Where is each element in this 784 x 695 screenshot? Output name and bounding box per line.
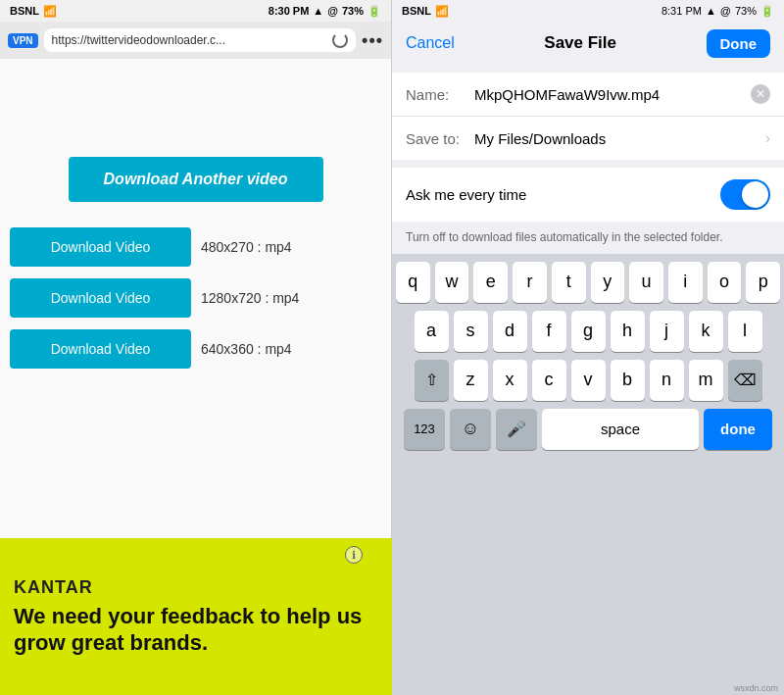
- mic-key[interactable]: 🎤: [496, 409, 537, 450]
- video-quality-2: 1280x720 : mp4: [201, 290, 299, 306]
- backspace-key[interactable]: ⌫: [728, 360, 762, 401]
- time-right: 8:31 PM: [662, 5, 702, 17]
- key-s[interactable]: s: [454, 311, 488, 352]
- key-n[interactable]: n: [650, 360, 684, 401]
- download-video-button-3[interactable]: Download Video: [10, 329, 191, 369]
- battery-icon-left: 🔋: [368, 5, 381, 18]
- battery-right: 73%: [735, 5, 757, 17]
- clear-name-button[interactable]: ✕: [751, 84, 770, 104]
- keyboard-row-2: a s d f g h j k l: [396, 311, 780, 352]
- key-j[interactable]: j: [650, 311, 684, 352]
- name-row: Name: MkpQHOMFawaW9Ivw.mp4 ✕: [392, 73, 784, 117]
- name-value[interactable]: MkpQHOMFawaW9Ivw.mp4: [474, 86, 751, 103]
- key-g[interactable]: g: [571, 311, 606, 352]
- key-b[interactable]: b: [611, 360, 645, 401]
- chevron-right-icon: ›: [765, 129, 770, 147]
- browser-menu-dots[interactable]: •••: [362, 30, 383, 51]
- save-to-label: Save to:: [406, 130, 474, 147]
- key-r[interactable]: r: [513, 262, 547, 303]
- right-panel: BSNL 📶 8:31 PM ▲ @ 73% 🔋 Cancel Save Fil…: [392, 0, 784, 695]
- toggle-knob: [742, 181, 768, 208]
- battery-left: 73%: [342, 5, 364, 17]
- numbers-key[interactable]: 123: [404, 409, 445, 450]
- save-to-row[interactable]: Save to: My Files/Downloads ›: [392, 117, 784, 160]
- save-file-header: Cancel Save File Done: [392, 22, 784, 65]
- keyboard: q w e r t y u i o p a s d f g h j k l ⇧ …: [392, 254, 784, 695]
- carrier-left: BSNL: [10, 5, 39, 17]
- status-bar-left: BSNL 📶 8:30 PM ▲ @ 73% 🔋: [0, 0, 391, 22]
- key-t[interactable]: t: [552, 262, 586, 303]
- space-key[interactable]: space: [542, 409, 699, 450]
- status-bar-right: BSNL 📶 8:31 PM ▲ @ 73% 🔋: [392, 0, 784, 22]
- ad-info-icon: ℹ: [345, 546, 363, 564]
- done-button[interactable]: Done: [707, 29, 771, 58]
- shift-key[interactable]: ⇧: [415, 360, 449, 401]
- battery-info-left: 8:30 PM ▲ @ 73% 🔋: [269, 5, 381, 18]
- key-w[interactable]: w: [435, 262, 469, 303]
- keyboard-row-4: 123 ☺ 🎤 space done: [396, 409, 780, 450]
- keyboard-row-3: ⇧ z x c v b n m ⌫: [396, 360, 780, 401]
- ad-text: We need your feedback to help us grow gr…: [14, 604, 378, 656]
- cancel-button[interactable]: Cancel: [406, 34, 455, 52]
- time-left: 8:30 PM: [269, 5, 310, 17]
- browser-bar: VPN https://twittervideodownloader.c... …: [0, 22, 391, 59]
- keyboard-row-1: q w e r t y u i o p: [396, 262, 780, 303]
- key-p[interactable]: p: [746, 262, 780, 303]
- key-o[interactable]: o: [708, 262, 742, 303]
- carrier-right: BSNL: [402, 5, 431, 17]
- key-q[interactable]: q: [396, 262, 430, 303]
- watermark: wsxdn.com: [734, 683, 778, 693]
- key-x[interactable]: x: [493, 360, 527, 401]
- emoji-key[interactable]: ☺: [450, 409, 491, 450]
- video-quality-1: 480x270 : mp4: [201, 239, 292, 255]
- video-options-list: Download Video 480x270 : mp4 Download Vi…: [10, 222, 381, 374]
- toggle-label: Ask me every time: [406, 186, 526, 203]
- wifi-icon-left: 📶: [43, 5, 57, 18]
- carrier-info-left: BSNL 📶: [10, 5, 57, 18]
- key-v[interactable]: v: [571, 360, 606, 401]
- address-bar[interactable]: https://twittervideodownloader.c...: [44, 28, 357, 52]
- key-e[interactable]: e: [473, 262, 508, 303]
- gps-icon-right: ▲: [706, 5, 716, 17]
- video-quality-3: 640x360 : mp4: [201, 341, 292, 357]
- wifi-icon-right: 📶: [435, 5, 449, 18]
- key-k[interactable]: k: [689, 311, 723, 352]
- ask-every-time-toggle[interactable]: [720, 179, 770, 210]
- video-option-row-2: Download Video 1280x720 : mp4: [10, 273, 381, 323]
- key-y[interactable]: y: [591, 262, 625, 303]
- vpn-badge: VPN: [8, 33, 38, 48]
- ad-banner: ℹ KANTAR We need your feedback to help u…: [0, 538, 392, 695]
- key-d[interactable]: d: [493, 311, 527, 352]
- key-u[interactable]: u: [629, 262, 663, 303]
- save-to-value: My Files/Downloads: [474, 130, 765, 147]
- download-video-button-1[interactable]: Download Video: [10, 227, 191, 267]
- helper-text: Turn off to download files automatically…: [392, 222, 784, 254]
- key-h[interactable]: h: [611, 311, 645, 352]
- download-video-button-2[interactable]: Download Video: [10, 278, 191, 318]
- key-c[interactable]: c: [532, 360, 566, 401]
- location-icon-left: @: [327, 5, 338, 17]
- carrier-info-right: BSNL 📶: [402, 5, 449, 18]
- key-z[interactable]: z: [454, 360, 488, 401]
- download-another-button[interactable]: Download Another video: [69, 157, 323, 202]
- video-option-row-3: Download Video 640x360 : mp4: [10, 323, 381, 374]
- key-a[interactable]: a: [415, 311, 449, 352]
- location-icon-right: @: [720, 5, 731, 17]
- key-i[interactable]: i: [668, 262, 703, 303]
- battery-info-right: 8:31 PM ▲ @ 73% 🔋: [662, 5, 774, 18]
- form-section: Name: MkpQHOMFawaW9Ivw.mp4 ✕ Save to: My…: [392, 73, 784, 160]
- url-text: https://twittervideodownloader.c...: [52, 33, 225, 47]
- left-panel: BSNL 📶 8:30 PM ▲ @ 73% 🔋 VPN https://twi…: [0, 0, 392, 695]
- ad-brand: KANTAR: [14, 577, 378, 598]
- ask-every-time-row: Ask me every time: [392, 168, 784, 222]
- video-option-row-1: Download Video 480x270 : mp4: [10, 222, 381, 273]
- refresh-icon[interactable]: [332, 32, 348, 48]
- key-m[interactable]: m: [689, 360, 723, 401]
- key-f[interactable]: f: [532, 311, 566, 352]
- gps-icon-left: ▲: [313, 5, 323, 17]
- save-file-title: Save File: [544, 33, 616, 53]
- name-label: Name:: [406, 86, 474, 103]
- key-l[interactable]: l: [728, 311, 762, 352]
- battery-icon-right: 🔋: [760, 5, 774, 18]
- keyboard-done-key[interactable]: done: [704, 409, 772, 450]
